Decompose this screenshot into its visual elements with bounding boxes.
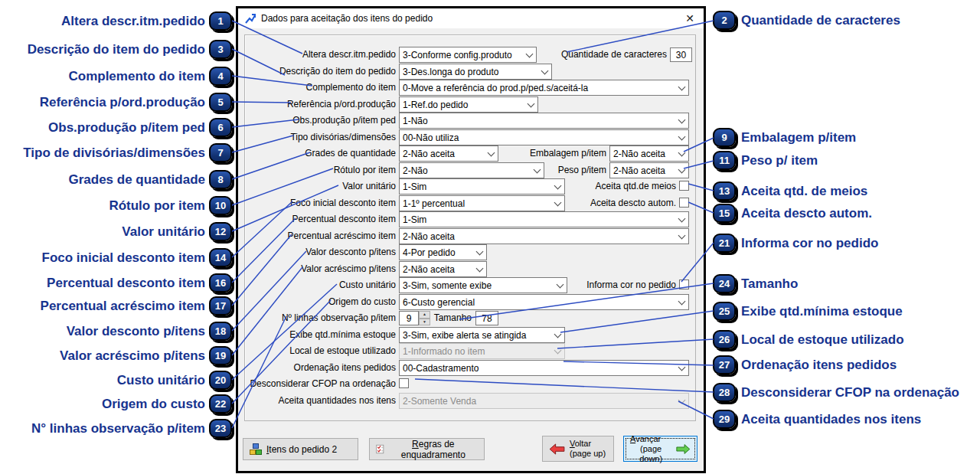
perc-desconto-combo[interactable]: 1-Sim bbox=[399, 211, 689, 227]
combo-value: 2-Não aceita bbox=[400, 264, 472, 275]
spinner-down-icon[interactable]: ▼ bbox=[419, 319, 430, 326]
field-label: Percentual acréscimo item bbox=[238, 230, 396, 241]
complemento-combo[interactable]: 0-Move a referência do prod.p/ped.s/acei… bbox=[399, 80, 689, 96]
field-label: Aceita qtd.de meios bbox=[560, 181, 676, 191]
valor-desconto-combo[interactable]: 4-Por pedido bbox=[399, 244, 487, 260]
form-row: Percentual acréscimo item 2-Não aceita bbox=[238, 228, 704, 244]
callout-label: Local de estoque utilizado bbox=[741, 332, 904, 348]
avancar-button[interactable]: Avançar (page down) bbox=[623, 436, 697, 462]
grades-combo[interactable]: 2-Não aceita bbox=[399, 145, 498, 162]
chevron-down-icon bbox=[675, 146, 688, 161]
foco-inicial-combo[interactable]: 1-1º percentual bbox=[399, 195, 565, 211]
callout-right-27: 27Ordenação itens pedidos bbox=[713, 355, 897, 375]
callout-badge: 29 bbox=[713, 410, 736, 429]
field-label: Origem do custo bbox=[238, 296, 396, 307]
callout-left-10: Rótulo por item10 bbox=[0, 195, 232, 216]
callout-left-12: Valor unitário12 bbox=[0, 221, 232, 242]
callout-label: Percentual desconto item bbox=[47, 276, 205, 291]
callout-label: N° linhas observação p/item bbox=[31, 421, 205, 436]
titlebar[interactable]: Dados para aceitação dos itens do pedido… bbox=[238, 8, 704, 28]
callout-left-23: N° linhas observação p/item23 bbox=[0, 418, 232, 439]
combo-value: 0-Move a referência do prod.p/ped.s/acei… bbox=[400, 83, 675, 93]
qtd-caracteres-input[interactable] bbox=[670, 47, 692, 62]
combo-value: 1-Ref.do pedido bbox=[400, 100, 524, 110]
callout-label: Descrição do item do pedido bbox=[28, 42, 205, 57]
origem-custo-combo[interactable]: 6-Custo gerencial bbox=[399, 294, 689, 310]
callout-label: Referência p/ord.produção bbox=[40, 95, 205, 110]
obs-producao-combo[interactable]: 1-Não bbox=[399, 113, 689, 129]
form-row: Valor desconto p/itens 4-Por pedido bbox=[238, 244, 704, 260]
field-label: Aceita descto autom. bbox=[560, 198, 676, 208]
exibe-qtd-minima-combo[interactable]: 3-Sim, exibe alerta se atingida bbox=[399, 327, 565, 343]
embalagem-combo[interactable]: 2-Não aceita bbox=[609, 145, 689, 162]
callout-label: Ordenação itens pedidos bbox=[741, 358, 897, 373]
combo-value: 2-Não aceita bbox=[400, 149, 484, 159]
peso-combo[interactable]: 2-Não aceita bbox=[609, 162, 689, 178]
valor-unitario-combo[interactable]: 1-Sim bbox=[399, 178, 565, 195]
aceita-qtd-meios-checkbox[interactable] bbox=[679, 181, 689, 191]
perc-acrescimo-combo[interactable]: 2-Não aceita bbox=[399, 228, 689, 244]
form-row: Nº linhas observação p/item ▲ ▼ Tamanho bbox=[238, 310, 704, 326]
callout-badge: 25 bbox=[713, 302, 736, 321]
form-row: Valor acréscimo p/itens 2-Não aceita bbox=[238, 261, 704, 277]
field-label: Informa cor no pedido bbox=[560, 279, 676, 290]
tipo-divisorias-combo[interactable]: 00-Não utiliza bbox=[399, 129, 689, 145]
callout-badge: 20 bbox=[209, 371, 232, 390]
combo-value: 4-Por pedido bbox=[400, 247, 472, 258]
callout-badge: 19 bbox=[209, 346, 232, 365]
close-icon[interactable]: ✕ bbox=[682, 12, 697, 25]
callout-badge: 8 bbox=[209, 170, 232, 189]
itens-do-pedido-button[interactable]: Itens do pedido 2 bbox=[243, 438, 358, 460]
chevron-down-icon bbox=[675, 113, 688, 128]
callout-left-3: Descrição do item do pedido3 bbox=[0, 39, 232, 60]
informa-cor-checkbox[interactable] bbox=[679, 279, 689, 289]
chevron-down-icon bbox=[550, 328, 564, 342]
form-row: Referência p/ord.produção 1-Ref.do pedid… bbox=[238, 96, 704, 113]
field-label: Custo unitário bbox=[238, 279, 396, 290]
field-label: Complemento do item bbox=[238, 82, 396, 93]
callout-badge: 24 bbox=[713, 274, 736, 293]
screenshot-stage: Dados para aceitação dos itens do pedido… bbox=[0, 0, 980, 474]
callout-left-20: Custo unitário20 bbox=[0, 370, 232, 391]
callout-left-6: Obs.produção p/item ped6 bbox=[0, 117, 232, 138]
regras-enquadramento-button[interactable]: Regras de enquadramento bbox=[369, 438, 485, 460]
form-row: Custo unitário 3-Sim, somente exibe Info… bbox=[238, 277, 704, 293]
combo-value: 3-Conforme config.produto bbox=[400, 50, 522, 60]
callout-label: Informa cor no pedido bbox=[741, 236, 878, 251]
custo-unitario-combo[interactable]: 3-Sim, somente exibe bbox=[399, 277, 567, 293]
callout-badge: 27 bbox=[713, 355, 736, 374]
chevron-down-icon bbox=[675, 361, 688, 375]
button-label: Itens do pedido 2 bbox=[266, 444, 337, 455]
num-linhas-input[interactable] bbox=[399, 311, 419, 325]
valor-acrescimo-combo[interactable]: 2-Não aceita bbox=[399, 261, 487, 277]
callout-badge: 23 bbox=[209, 419, 232, 438]
callout-label: Valor desconto p/itens bbox=[67, 324, 205, 339]
desconsiderar-cfop-checkbox[interactable] bbox=[399, 378, 409, 388]
callout-badge: 16 bbox=[209, 273, 232, 293]
aceita-descto-checkbox[interactable] bbox=[679, 198, 689, 208]
field-label: Foco inicial desconto item bbox=[238, 198, 396, 208]
field-label: Exibe qtd.mínima estoque bbox=[238, 329, 396, 340]
callout-left-19: Valor acréscimo p/itens19 bbox=[0, 345, 232, 366]
combo-value: 1-Sim bbox=[400, 181, 550, 192]
callout-left-22: Origem do custo22 bbox=[0, 394, 232, 414]
referencia-combo[interactable]: 1-Ref.do pedido bbox=[399, 96, 538, 113]
callout-left-1: Altera descr.itm.pedido1 bbox=[0, 11, 232, 31]
callout-badge: 14 bbox=[209, 248, 232, 267]
callout-label: Aceita qtd. de meios bbox=[741, 184, 867, 199]
field-label: Desconsiderar CFOP na ordenação bbox=[238, 378, 396, 389]
chevron-down-icon bbox=[675, 229, 688, 244]
chevron-down-icon bbox=[537, 64, 551, 79]
tamanho-input[interactable] bbox=[475, 311, 498, 325]
spinner-up-icon[interactable]: ▲ bbox=[419, 311, 430, 319]
field-label: Embalagem p/item bbox=[491, 148, 606, 159]
ordenacao-combo[interactable]: 00-Cadastramento bbox=[399, 360, 689, 376]
descricao-item-combo[interactable]: 3-Des.longa do produto bbox=[399, 64, 552, 80]
callout-right-21: 21Informa cor no pedido bbox=[713, 233, 878, 253]
field-label: Local de estoque utilizado bbox=[238, 345, 396, 356]
voltar-button[interactable]: Voltar (page up) bbox=[542, 436, 614, 462]
combo-value: 1-Sim bbox=[400, 214, 675, 225]
callout-left-8: Grades de quantidade8 bbox=[0, 169, 232, 190]
field-label: Valor unitário bbox=[238, 181, 396, 191]
window-title: Dados para aceitação dos itens do pedido bbox=[261, 13, 433, 24]
